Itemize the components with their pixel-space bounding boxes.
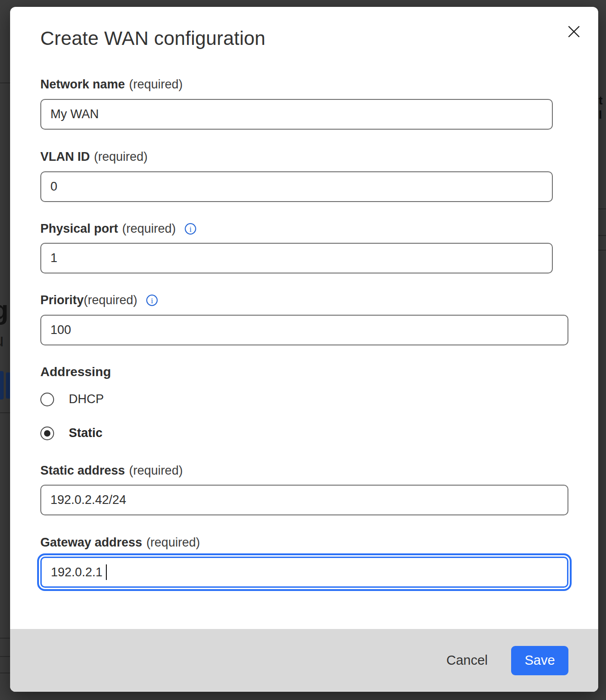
- vlan-id-label: VLAN ID (required): [40, 150, 598, 164]
- field-label-text: Network name: [40, 77, 125, 91]
- background-divider: [598, 250, 606, 251]
- priority-input[interactable]: [40, 315, 568, 345]
- text-caret: [106, 564, 107, 580]
- background-divider: [598, 208, 606, 209]
- required-hint: (required): [122, 222, 176, 235]
- required-hint: (required): [84, 293, 138, 307]
- radio-label: Static: [69, 426, 103, 440]
- field-label-text: Priority: [40, 293, 84, 307]
- background-page-fragment: t I: [599, 93, 606, 122]
- background-button-fragment: [0, 371, 4, 399]
- background-divider: [598, 235, 606, 236]
- create-wan-configuration-dialog: Create WAN configuration Network name (r…: [10, 7, 598, 692]
- radio-unselected-icon[interactable]: [40, 393, 54, 406]
- physical-port-label: Physical port (required) i: [40, 222, 598, 235]
- required-hint: (required): [129, 464, 183, 477]
- field-label-text: Static address: [40, 464, 125, 477]
- close-icon-glyph: [567, 24, 581, 39]
- info-icon[interactable]: i: [146, 294, 158, 306]
- static-address-input[interactable]: [40, 485, 568, 515]
- static-address-label: Static address (required): [40, 464, 598, 477]
- network-name-input[interactable]: [40, 99, 553, 130]
- svg-text:i: i: [151, 296, 153, 305]
- close-icon[interactable]: [567, 24, 581, 39]
- physical-port-input[interactable]: [40, 243, 553, 273]
- background-divider: [0, 412, 10, 413]
- required-hint: (required): [129, 77, 183, 91]
- field-label-text: Physical port: [40, 222, 118, 235]
- gateway-address-label: Gateway address (required): [40, 536, 598, 549]
- radio-option-static[interactable]: Static: [40, 426, 598, 440]
- required-hint: (required): [146, 536, 200, 549]
- field-label-text: VLAN ID: [40, 150, 90, 164]
- page-title: Create WAN configuration: [40, 27, 598, 50]
- radio-label: DHCP: [69, 392, 104, 406]
- required-hint: (required): [94, 150, 148, 164]
- priority-label: Priority (required) i: [40, 293, 598, 307]
- gateway-address-field-focused: [40, 557, 568, 588]
- radio-dot: [44, 430, 50, 437]
- radio-option-dhcp[interactable]: DHCP: [40, 392, 598, 406]
- screen: g u t I Create WAN configuration Network…: [0, 0, 606, 700]
- radio-selected-icon[interactable]: [40, 427, 54, 440]
- save-button[interactable]: Save: [511, 646, 568, 675]
- background-divider: [0, 82, 10, 83]
- cancel-button[interactable]: Cancel: [446, 649, 489, 672]
- background-page-fragment: u: [0, 331, 4, 350]
- background-page-fragment: g: [0, 294, 9, 326]
- vlan-id-input[interactable]: [40, 171, 553, 202]
- info-icon[interactable]: i: [184, 223, 197, 235]
- gateway-address-input[interactable]: [40, 557, 568, 588]
- field-label-text: Gateway address: [40, 536, 142, 549]
- svg-text:i: i: [189, 224, 192, 233]
- background-divider: [0, 638, 10, 639]
- dialog-footer: Cancel Save: [10, 629, 598, 692]
- background-divider: [0, 656, 10, 657]
- background-divider: [0, 673, 10, 673]
- network-name-label: Network name (required): [40, 77, 598, 91]
- addressing-heading: Addressing: [40, 365, 598, 379]
